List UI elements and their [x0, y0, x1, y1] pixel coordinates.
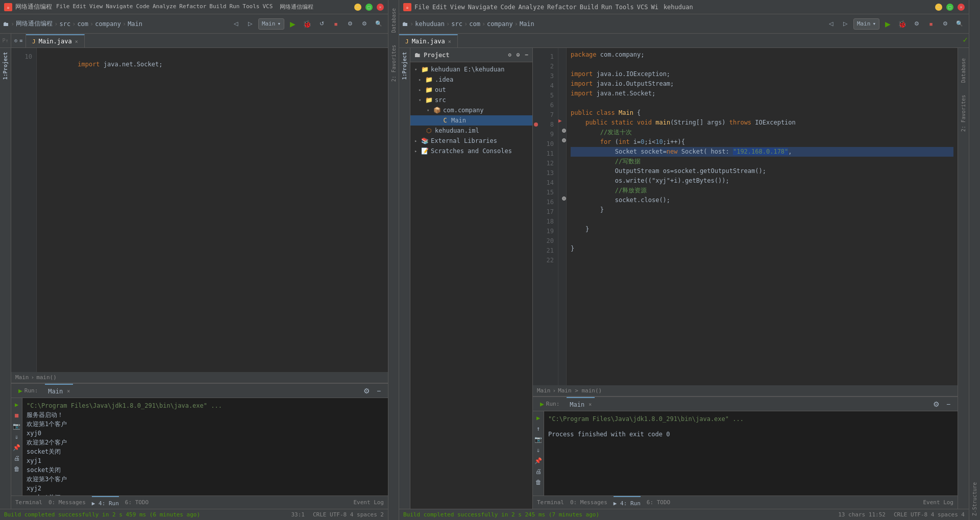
right-bottom-run[interactable]: ▶ 4: Run	[614, 496, 641, 509]
right-forward-btn[interactable]: ▷	[839, 18, 851, 30]
left-tab-close[interactable]: ×	[75, 39, 78, 44]
right-menu-wi[interactable]: Wi	[651, 4, 658, 11]
left-maximize-btn[interactable]: □	[365, 4, 373, 11]
left-build-btn[interactable]: ⚙	[344, 18, 356, 30]
left-menu-file[interactable]: File	[56, 3, 70, 11]
left-menu-view[interactable]: View	[89, 3, 103, 11]
right-maximize-btn[interactable]: □	[946, 4, 953, 11]
right-menu-vcs[interactable]: VCS	[637, 4, 648, 11]
right-code-editor[interactable]: 1 2 3 4 5 6 7 8 9 10 11 12 13 14 15 16 1	[533, 48, 958, 385]
right-pin-btn[interactable]: 📌	[534, 456, 543, 465]
left-code-content[interactable]: import java.net.Socket;	[37, 48, 388, 372]
left-scroll-end-btn[interactable]: ⇓	[12, 432, 21, 441]
right-tree-ext-libs[interactable]: ▸ 📚 External Libraries	[410, 136, 532, 146]
right-menu-code[interactable]: Code	[501, 4, 516, 11]
right-run-dropdown[interactable]: Main ▾	[853, 18, 879, 30]
left-screenshot-btn[interactable]: 📷	[12, 422, 21, 431]
right-trash-btn[interactable]: 🗑	[534, 478, 543, 487]
right-run-btn[interactable]: ▶	[881, 18, 894, 30]
left-close-btn[interactable]: ×	[377, 4, 384, 11]
left-tab-settings[interactable]: ≡	[19, 38, 22, 43]
left-project-icon[interactable]: 1:Project	[3, 52, 8, 80]
right-console-output[interactable]: "C:\Program Files\Java\jdk1.8.0_291\bin\…	[544, 411, 958, 496]
right-favorites-tab[interactable]: 2: Favorites	[961, 95, 966, 132]
right-settings-btn[interactable]: ⚙	[939, 18, 951, 30]
left-reload-btn[interactable]: ↺	[315, 18, 328, 30]
left-bottom-messages[interactable]: 0: Messages	[48, 499, 86, 506]
right-menu-tools[interactable]: Tools	[616, 4, 634, 11]
right-minimize-btn[interactable]: −	[935, 4, 942, 11]
left-search-btn[interactable]: 🔍	[373, 18, 385, 30]
right-project-sync[interactable]: ⊙	[517, 52, 520, 58]
left-menu-refactor[interactable]: Refactor	[179, 3, 206, 11]
right-bottom-terminal[interactable]: Terminal	[537, 499, 564, 506]
right-bottom-todo[interactable]: 6: TODO	[647, 499, 670, 506]
left-pin-btn[interactable]: 📌	[12, 443, 21, 452]
right-menu-run[interactable]: Run	[601, 4, 612, 11]
left-print-btn[interactable]: 🖨	[12, 454, 21, 463]
right-run-tab-close[interactable]: ×	[589, 402, 592, 407]
right-tree-iml[interactable]: ⬡ kehuduan.iml	[410, 126, 532, 136]
right-print-btn[interactable]: 🖨	[534, 467, 543, 476]
left-settings-btn[interactable]: ⚙	[358, 18, 371, 30]
left-bottom-todo[interactable]: 6: TODO	[125, 499, 149, 506]
left-main-tab[interactable]: J Main.java ×	[26, 34, 85, 47]
right-scroll-up-btn[interactable]: ↑	[534, 424, 543, 433]
left-run-minimize-btn[interactable]: −	[374, 386, 384, 396]
left-stop-btn[interactable]: ■	[330, 18, 342, 30]
right-bottom-eventlog[interactable]: Event Log	[923, 499, 953, 506]
right-tree-com-company[interactable]: ▾ 📦 com.company	[410, 105, 532, 115]
right-stop-btn[interactable]: ■	[925, 18, 937, 30]
right-project-collapse[interactable]: −	[525, 52, 528, 58]
right-tree-scratches[interactable]: ▸ 📝 Scratches and Consoles	[410, 146, 532, 156]
left-bottom-eventlog[interactable]: Event Log	[353, 499, 384, 506]
right-coverage-btn[interactable]: ⚙	[911, 18, 923, 30]
left-menu-edit[interactable]: Edit	[73, 3, 87, 11]
left-debug-btn[interactable]: 🐞	[301, 18, 313, 30]
left-console-output[interactable]: "C:\Program Files\Java\jdk1.8.0_291\bin\…	[22, 398, 388, 496]
left-code-editor[interactable]: 10 import java.net.Socket;	[11, 48, 388, 372]
favorites-tab[interactable]: 2: Favorites	[391, 45, 397, 82]
db-tab[interactable]: Database	[391, 8, 397, 33]
right-scroll-end-btn[interactable]: ⇓	[534, 445, 543, 455]
right-close-btn[interactable]: ×	[958, 4, 965, 11]
right-rerun-btn[interactable]: ▶	[534, 413, 543, 423]
right-code-content[interactable]: package com.company; import java.io.IOEx…	[567, 48, 958, 385]
left-z-tab[interactable]: Z-Structure	[972, 482, 977, 516]
right-main-tab[interactable]: J Main.java ×	[399, 34, 458, 47]
right-tree-root[interactable]: ▾ 📁 kehuduan E:\kehuduan	[410, 64, 532, 75]
left-menu-tools[interactable]: Tools	[242, 3, 259, 11]
left-menu-code[interactable]: Code	[136, 3, 150, 11]
left-run-settings-btn[interactable]: ⚙	[361, 386, 372, 396]
right-menu-navigate[interactable]: Navigate	[468, 4, 498, 11]
left-run-dropdown[interactable]: Main ▾	[258, 18, 284, 30]
left-bottom-run[interactable]: ▶ 4: Run	[92, 496, 119, 509]
right-menu-view[interactable]: View	[450, 4, 465, 11]
right-back-btn[interactable]: ◁	[825, 18, 837, 30]
right-search-btn[interactable]: 🔍	[953, 18, 966, 30]
right-bottom-messages[interactable]: 0: Messages	[570, 499, 607, 506]
right-db-tab[interactable]: Database	[961, 58, 966, 83]
left-active-run-tab[interactable]: Main ×	[45, 384, 73, 398]
left-rerun-btn[interactable]: ▶	[12, 400, 21, 409]
right-tree-out[interactable]: ▸ 📁 out	[410, 85, 532, 95]
left-minimize-btn[interactable]: −	[354, 4, 361, 11]
left-run-btn[interactable]: ▶	[286, 18, 299, 30]
left-run-tab-close[interactable]: ×	[67, 388, 70, 394]
right-menu-refactor[interactable]: Refactor	[547, 4, 577, 11]
right-menu-edit[interactable]: Edit	[432, 4, 447, 11]
right-active-run-tab[interactable]: Main ×	[567, 397, 595, 411]
left-menu-navigate[interactable]: Navigate	[106, 3, 133, 11]
left-menu-run[interactable]: Run	[229, 3, 239, 11]
right-run-settings-btn[interactable]: ⚙	[931, 399, 941, 409]
left-menu-build[interactable]: Build	[209, 3, 226, 11]
right-debug-btn[interactable]: 🐞	[896, 18, 909, 30]
right-screenshot-btn[interactable]: 📷	[534, 435, 543, 444]
left-trash-btn[interactable]: 🗑	[12, 464, 21, 474]
right-menu-file[interactable]: File	[414, 4, 429, 11]
right-tab-close[interactable]: ×	[448, 39, 451, 44]
left-tab-sync[interactable]: ⊙	[14, 38, 17, 43]
right-tree-src[interactable]: ▾ 📁 src	[410, 95, 532, 105]
right-project-settings[interactable]: ⚙	[508, 52, 511, 58]
left-bottom-terminal[interactable]: Terminal	[15, 499, 42, 506]
